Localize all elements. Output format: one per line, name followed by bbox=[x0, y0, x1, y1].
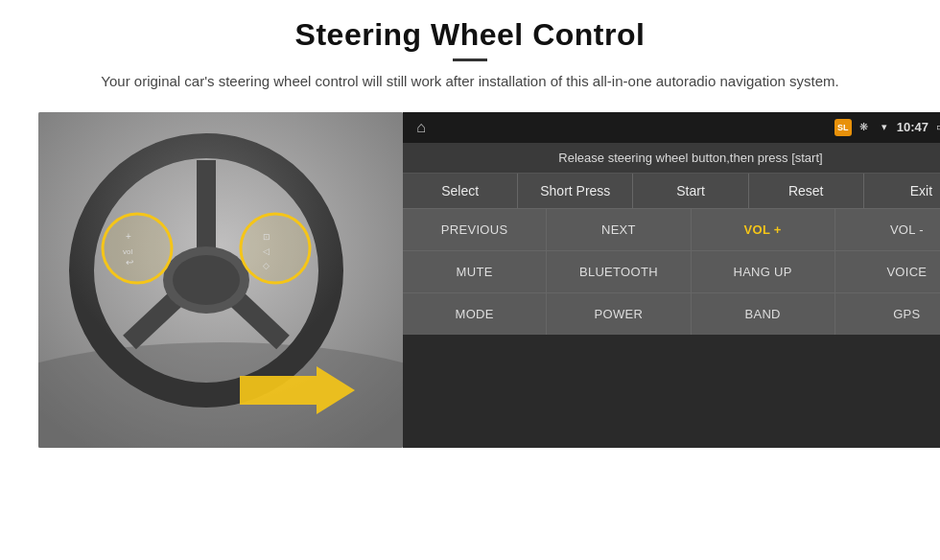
table-header: Select Short Press Start Reset Exit bbox=[403, 174, 940, 209]
title-section: Steering Wheel Control Your original car… bbox=[38, 17, 902, 106]
page-wrapper: Steering Wheel Control Your original car… bbox=[0, 0, 940, 560]
td-mute[interactable]: MUTE bbox=[403, 251, 547, 292]
svg-text:◁: ◁ bbox=[263, 246, 270, 256]
td-voice[interactable]: VOICE bbox=[835, 251, 940, 292]
table-row: MODE POWER BAND GPS bbox=[403, 293, 940, 335]
title-divider bbox=[453, 58, 487, 61]
svg-text:↩: ↩ bbox=[126, 257, 133, 268]
svg-point-12 bbox=[241, 214, 310, 283]
status-time: 10:47 bbox=[897, 120, 928, 134]
android-panel: ⌂ SL ❋ ▾ 10:47 ▭ ↩ Release steering whee… bbox=[403, 112, 940, 448]
status-right: SL ❋ ▾ 10:47 ▭ ↩ bbox=[834, 119, 940, 136]
svg-text:vol: vol bbox=[123, 247, 132, 256]
svg-text:⊡: ⊡ bbox=[263, 232, 270, 242]
page-title: Steering Wheel Control bbox=[38, 17, 902, 53]
table-row: PREVIOUS NEXT VOL + VOL - bbox=[403, 209, 940, 251]
td-vol-minus[interactable]: VOL - bbox=[835, 209, 940, 250]
td-band[interactable]: BAND bbox=[692, 293, 835, 335]
status-bar: ⌂ SL ❋ ▾ 10:47 ▭ ↩ bbox=[403, 112, 940, 143]
th-start[interactable]: Start bbox=[633, 174, 748, 208]
th-select[interactable]: Select bbox=[403, 174, 518, 208]
td-power[interactable]: POWER bbox=[547, 293, 691, 335]
wifi-icon: ▾ bbox=[877, 120, 892, 135]
instruction-bar: Release steering wheel button,then press… bbox=[403, 143, 940, 174]
content-row: + vol ↩ ⊡ ◁ ◇ bbox=[38, 112, 902, 448]
th-reset[interactable]: Reset bbox=[749, 174, 864, 208]
td-mode[interactable]: MODE bbox=[403, 293, 547, 335]
th-short-press[interactable]: Short Press bbox=[518, 174, 633, 208]
svg-text:+: + bbox=[126, 231, 131, 242]
status-left: ⌂ bbox=[412, 119, 430, 136]
battery-icon: ▭ bbox=[933, 120, 940, 135]
th-exit[interactable]: Exit bbox=[864, 174, 940, 208]
td-next[interactable]: NEXT bbox=[547, 209, 691, 250]
steering-wheel-svg: + vol ↩ ⊡ ◁ ◇ bbox=[38, 112, 403, 448]
steering-wheel-image: + vol ↩ ⊡ ◁ ◇ bbox=[38, 112, 403, 448]
svg-point-7 bbox=[173, 255, 240, 305]
steering-wheel-background: + vol ↩ ⊡ ◁ ◇ bbox=[38, 112, 403, 448]
table-row: MUTE BLUETOOTH HANG UP VOICE bbox=[403, 251, 940, 293]
td-gps[interactable]: GPS bbox=[835, 293, 940, 335]
svg-point-8 bbox=[103, 214, 172, 283]
table-body: PREVIOUS NEXT VOL + VOL - MUTE BLUETOOTH… bbox=[403, 209, 940, 448]
home-icon[interactable]: ⌂ bbox=[412, 119, 430, 136]
td-vol-plus[interactable]: VOL + bbox=[692, 209, 835, 250]
page-subtitle: Your original car's steering wheel contr… bbox=[77, 71, 863, 93]
svg-text:◇: ◇ bbox=[263, 261, 270, 270]
notification-badge: SL bbox=[834, 119, 852, 136]
td-bluetooth[interactable]: BLUETOOTH bbox=[547, 251, 691, 292]
td-hang-up[interactable]: HANG UP bbox=[692, 251, 835, 292]
instruction-text: Release steering wheel button,then press… bbox=[558, 151, 822, 165]
bluetooth-icon: ❋ bbox=[857, 120, 872, 135]
td-previous[interactable]: PREVIOUS bbox=[403, 209, 547, 250]
